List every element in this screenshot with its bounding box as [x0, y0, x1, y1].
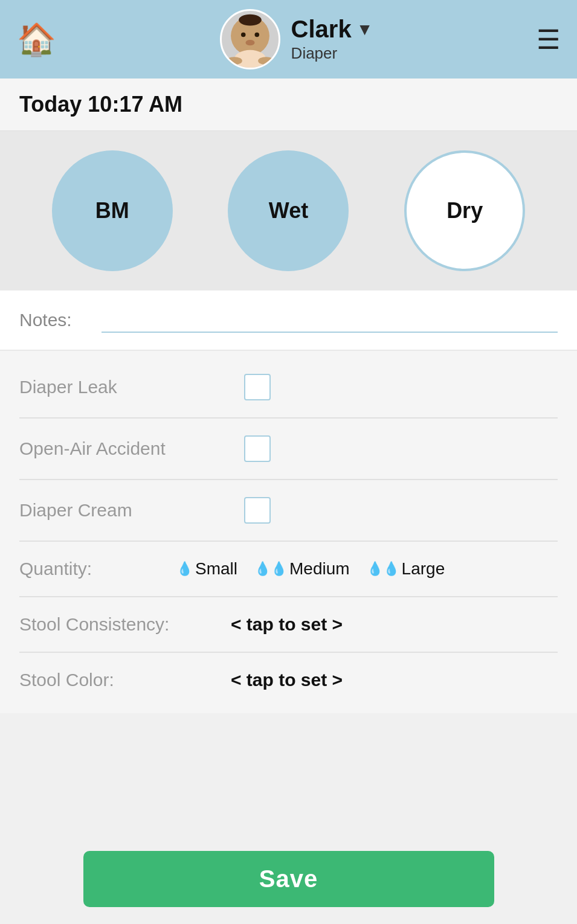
quantity-small[interactable]: 💧 Small	[176, 559, 237, 579]
quantity-large[interactable]: 💧💧 Large	[367, 559, 445, 579]
open-air-accident-row: Open-Air Accident	[0, 419, 577, 479]
svg-point-3	[254, 33, 259, 37]
diaper-leak-checkbox[interactable]	[244, 374, 271, 400]
chevron-down-icon: ▼	[356, 20, 373, 39]
menu-icon[interactable]: ☰	[537, 24, 560, 55]
diaper-leak-label: Diaper Leak	[19, 377, 225, 397]
avatar[interactable]	[220, 9, 280, 69]
svg-point-2	[241, 33, 246, 37]
svg-point-7	[258, 57, 274, 65]
diaper-leak-row: Diaper Leak	[0, 357, 577, 417]
quantity-medium-label: Medium	[289, 559, 350, 579]
quantity-large-label: Large	[402, 559, 445, 579]
svg-point-1	[239, 14, 262, 26]
quantity-small-label: Small	[195, 559, 237, 579]
save-bar: Save	[0, 834, 577, 924]
drop-large-icon: 💧💧	[367, 561, 399, 577]
open-air-accident-checkbox[interactable]	[244, 435, 271, 462]
stool-consistency-row: Stool Consistency: < tap to set >	[0, 597, 577, 652]
header-name-block: Clark ▼ Diaper	[291, 16, 373, 63]
diaper-cream-row: Diaper Cream	[0, 480, 577, 541]
save-button[interactable]: Save	[83, 851, 494, 907]
diaper-type-bm[interactable]: BM	[52, 150, 173, 271]
stool-consistency-label: Stool Consistency:	[19, 614, 219, 635]
open-air-accident-label: Open-Air Accident	[19, 438, 225, 459]
quantity-row: Quantity: 💧 Small 💧💧 Medium 💧💧 Large	[0, 542, 577, 596]
diaper-type-dry[interactable]: Dry	[404, 150, 525, 271]
quantity-options: 💧 Small 💧💧 Medium 💧💧 Large	[176, 559, 445, 579]
quantity-medium[interactable]: 💧💧 Medium	[254, 559, 350, 579]
home-icon[interactable]: 🏠	[17, 21, 56, 58]
stool-color-row: Stool Color: < tap to set >	[0, 653, 577, 707]
notes-input[interactable]	[102, 307, 558, 333]
diaper-type-wet[interactable]: Wet	[228, 150, 349, 271]
quantity-label: Quantity:	[19, 559, 164, 579]
svg-point-6	[226, 57, 242, 65]
header-subtitle: Diaper	[291, 44, 338, 63]
diaper-cream-checkbox[interactable]	[244, 497, 271, 524]
header: 🏠 Clark ▼ Diap	[0, 0, 577, 79]
options-section: Diaper Leak Open-Air Accident Diaper Cre…	[0, 351, 577, 713]
header-name[interactable]: Clark ▼	[291, 16, 373, 43]
diaper-cream-label: Diaper Cream	[19, 500, 225, 521]
header-center: Clark ▼ Diaper	[220, 9, 373, 69]
profile-name: Clark	[291, 16, 352, 43]
notes-section: Notes:	[0, 290, 577, 351]
notes-label: Notes:	[19, 310, 92, 330]
stool-color-label: Stool Color:	[19, 670, 219, 690]
drop-small-icon: 💧	[176, 561, 193, 577]
diaper-type-section: BM Wet Dry	[0, 131, 577, 290]
date-time-text: Today 10:17 AM	[19, 92, 182, 117]
date-bar: Today 10:17 AM	[0, 79, 577, 131]
svg-point-4	[245, 40, 254, 45]
stool-consistency-value[interactable]: < tap to set >	[231, 614, 343, 635]
drop-medium-icon: 💧💧	[254, 561, 287, 577]
stool-color-value[interactable]: < tap to set >	[231, 670, 343, 690]
